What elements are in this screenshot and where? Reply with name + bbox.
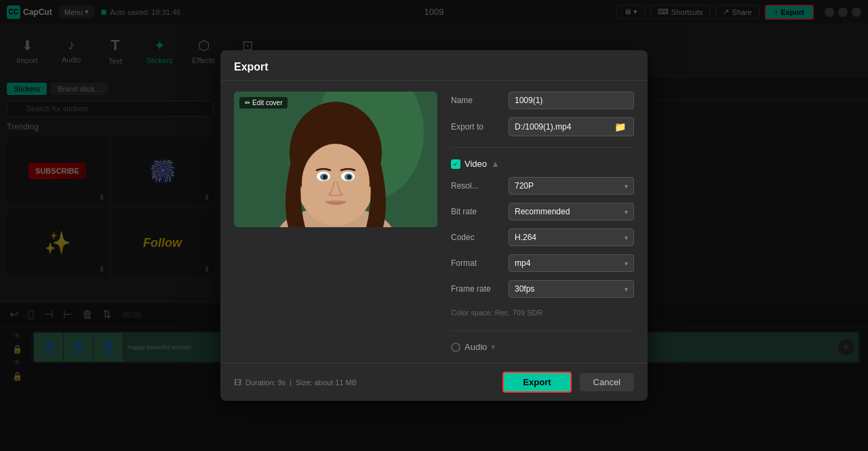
divider-2	[451, 330, 634, 331]
chevron-down-icon-2: ▾	[625, 208, 628, 216]
film-icon: 🎞	[234, 378, 241, 387]
modal-header: Export	[220, 50, 648, 81]
modal-overlay: Export	[0, 0, 868, 451]
modal-body: ✏ Edit cover Name Export to D:/1009(1).m…	[220, 81, 648, 363]
footer-duration: Duration: 9s	[245, 378, 285, 387]
codec-row: Codec H.264 ▾	[451, 229, 634, 246]
footer-info: 🎞 Duration: 9s | Size: about 11 MB	[234, 378, 494, 387]
audio-collapse-icon: ▾	[491, 342, 496, 352]
export-path-value: D:/1009(1).mp4	[515, 122, 571, 132]
framerate-row: Frame rate 30fps ▾	[451, 280, 634, 298]
color-space-note: Color space: Rec. 709 SDR	[451, 306, 634, 319]
footer-separator: |	[290, 378, 292, 387]
preview-image	[234, 92, 437, 227]
folder-button[interactable]: 📁	[612, 121, 628, 132]
resolution-select[interactable]: 720P ▾	[509, 177, 634, 195]
export-to-label: Export to	[451, 122, 502, 132]
svg-point-11	[323, 175, 327, 179]
audio-label: Audio	[465, 342, 487, 352]
framerate-label: Frame rate	[451, 284, 502, 294]
resolution-row: Resol... 720P ▾	[451, 177, 634, 195]
export-modal-button[interactable]: Export	[502, 372, 571, 393]
svg-point-12	[347, 175, 351, 179]
footer-size: Size: about 11 MB	[296, 378, 357, 387]
codec-select[interactable]: H.264 ▾	[509, 229, 634, 246]
audio-checkbox[interactable]	[451, 342, 460, 352]
preview-svg	[234, 92, 437, 227]
video-section-header: ✓ Video ▲	[451, 159, 634, 169]
video-checkbox[interactable]: ✓	[451, 159, 460, 169]
codec-value: H.264	[515, 233, 536, 242]
modal-footer: 🎞 Duration: 9s | Size: about 11 MB Expor…	[220, 363, 648, 401]
modal-title: Export	[234, 61, 269, 73]
bitrate-label: Bit rate	[451, 207, 502, 216]
chevron-down-icon-3: ▾	[625, 234, 628, 241]
chevron-down-icon-4: ▾	[625, 260, 628, 267]
audio-section-header[interactable]: Audio ▾	[451, 342, 634, 352]
format-select[interactable]: mp4 ▾	[509, 254, 634, 272]
format-row: Format mp4 ▾	[451, 254, 634, 272]
resolution-label: Resol...	[451, 181, 502, 191]
codec-label: Codec	[451, 233, 502, 242]
export-form: Name Export to D:/1009(1).mp4 📁 ✓ Video	[451, 92, 634, 352]
bitrate-value: Recommended	[515, 207, 570, 216]
edit-cover-button[interactable]: ✏ Edit cover	[239, 97, 288, 109]
preview-box: ✏ Edit cover	[234, 92, 437, 227]
divider-1	[451, 147, 634, 148]
name-label: Name	[451, 96, 502, 105]
name-row: Name	[451, 92, 634, 109]
format-value: mp4	[515, 258, 530, 268]
bitrate-row: Bit rate Recommended ▾	[451, 203, 634, 220]
framerate-value: 30fps	[515, 284, 534, 294]
modal-preview: ✏ Edit cover	[234, 92, 437, 352]
edit-icon: ✏	[245, 99, 250, 106]
format-label: Format	[451, 258, 502, 268]
export-path-field[interactable]: D:/1009(1).mp4 📁	[509, 117, 634, 136]
export-modal: Export	[220, 50, 648, 401]
video-label: Video	[465, 159, 487, 169]
cancel-modal-button[interactable]: Cancel	[580, 373, 634, 391]
bitrate-select[interactable]: Recommended ▾	[509, 203, 634, 220]
svg-point-6	[302, 144, 370, 222]
framerate-select[interactable]: 30fps ▾	[509, 280, 634, 298]
resolution-value: 720P	[515, 181, 534, 191]
video-collapse-icon: ▲	[491, 159, 500, 169]
chevron-down-icon: ▾	[625, 182, 628, 190]
name-input[interactable]	[509, 92, 634, 109]
export-to-row: Export to D:/1009(1).mp4 📁	[451, 117, 634, 136]
chevron-down-icon-5: ▾	[625, 286, 628, 293]
